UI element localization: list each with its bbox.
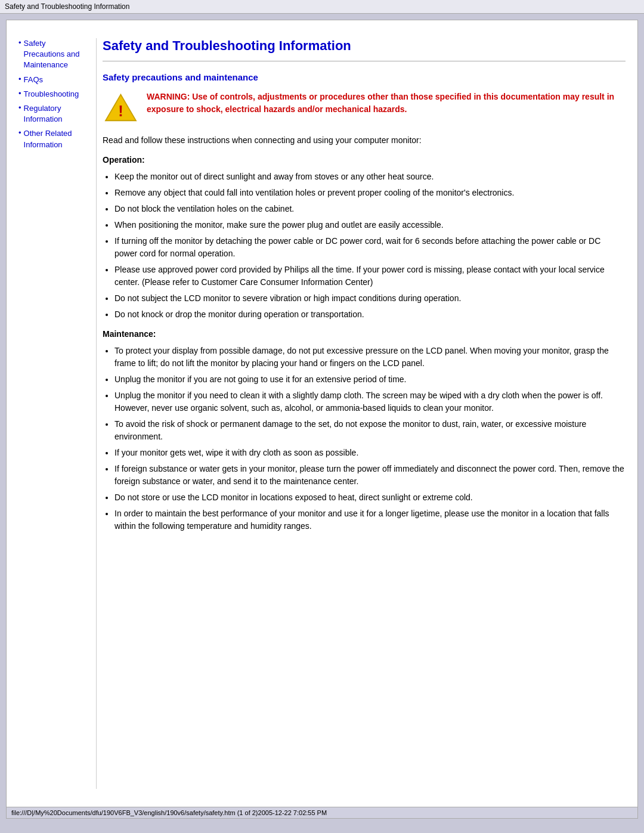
- bullet-faqs: •: [18, 75, 21, 83]
- sidebar-link-safety[interactable]: Safety Precautions and Maintenance: [24, 38, 87, 71]
- list-item: Unplug the monitor if you need to clean …: [114, 389, 626, 414]
- title-rule: [103, 61, 626, 61]
- sidebar-link-regulatory[interactable]: Regulatory Information: [24, 103, 87, 125]
- maintenance-label: Maintenance:: [103, 329, 626, 339]
- list-item: Do not knock or drop the monitor during …: [114, 308, 626, 321]
- main-content: Safety and Troubleshooting Information S…: [96, 38, 626, 789]
- warning-icon: !: [103, 91, 138, 123]
- list-item: Unplug the monitor if you are not going …: [114, 373, 626, 386]
- bullet-safety: •: [18, 38, 21, 47]
- list-item: In order to maintain the best performanc…: [114, 507, 626, 532]
- warning-box: ! WARNING: Use of controls, adjustments …: [103, 91, 626, 123]
- bullet-regulatory: •: [18, 103, 21, 112]
- list-item: Keep the monitor out of direct sunlight …: [114, 171, 626, 183]
- sidebar-item-faqs[interactable]: • FAQs: [18, 75, 87, 85]
- page-title: Safety and Troubleshooting Information: [103, 38, 626, 54]
- list-item: Do not block the ventilation holes on th…: [114, 203, 626, 215]
- section-heading: Safety precautions and maintenance: [103, 72, 626, 82]
- sidebar-item-regulatory[interactable]: • Regulatory Information: [18, 103, 87, 125]
- list-item: When positioning the monitor, make sure …: [114, 219, 626, 231]
- list-item: To avoid the risk of shock or permanent …: [114, 418, 626, 443]
- page-wrapper: • Safety Precautions and Maintenance • F…: [7, 20, 637, 807]
- warning-text: WARNING: Use of controls, adjustments or…: [147, 91, 626, 116]
- warning-triangle-icon: !: [104, 92, 137, 122]
- title-bar-text: Safety and Troubleshooting Information: [5, 2, 129, 11]
- sidebar-link-other[interactable]: Other Related Information: [24, 128, 87, 150]
- sidebar: • Safety Precautions and Maintenance • F…: [18, 38, 96, 789]
- list-item: If turning off the monitor by detaching …: [114, 235, 626, 260]
- list-item: If your monitor gets wet, wipe it with d…: [114, 447, 626, 459]
- list-item: To protect your display from possible da…: [114, 345, 626, 370]
- operation-list: Keep the monitor out of direct sunlight …: [114, 171, 626, 321]
- operation-label: Operation:: [103, 155, 626, 165]
- list-item: Do not subject the LCD monitor to severe…: [114, 292, 626, 305]
- intro-text: Read and follow these instructions when …: [103, 134, 626, 147]
- list-item: If foreign substance or water gets in yo…: [114, 463, 626, 488]
- maintenance-list: To protect your display from possible da…: [114, 345, 626, 532]
- status-bar: file:///D|/My%20Documents/dfu/190V6FB_V3…: [7, 807, 637, 818]
- sidebar-item-safety[interactable]: • Safety Precautions and Maintenance: [18, 38, 87, 71]
- svg-text:!: !: [118, 103, 123, 119]
- status-bar-text: file:///D|/My%20Documents/dfu/190V6FB_V3…: [11, 809, 327, 816]
- list-item: Do not store or use the LCD monitor in l…: [114, 491, 626, 504]
- title-bar: Safety and Troubleshooting Information: [0, 0, 644, 14]
- bullet-troubleshooting: •: [18, 89, 21, 98]
- sidebar-item-other[interactable]: • Other Related Information: [18, 128, 87, 150]
- list-item: Please use approved power cord provided …: [114, 264, 626, 289]
- browser-content: • Safety Precautions and Maintenance • F…: [6, 20, 638, 819]
- bullet-other: •: [18, 128, 21, 137]
- list-item: Remove any object that could fall into v…: [114, 187, 626, 199]
- sidebar-link-troubleshooting[interactable]: Troubleshooting: [24, 89, 79, 100]
- sidebar-link-faqs[interactable]: FAQs: [24, 75, 44, 85]
- sidebar-item-troubleshooting[interactable]: • Troubleshooting: [18, 89, 87, 100]
